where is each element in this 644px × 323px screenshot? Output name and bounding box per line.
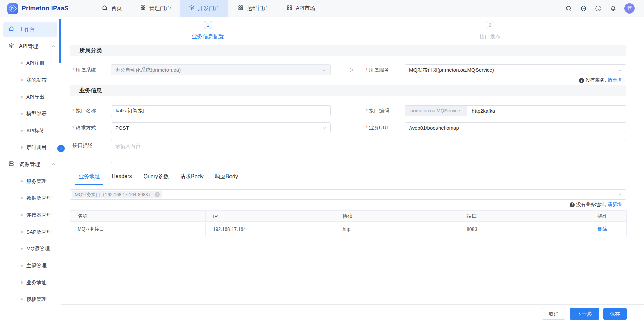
sidebar-item-business-address[interactable]: 业务地址 xyxy=(0,274,61,291)
bullet-icon xyxy=(21,248,23,250)
sidebar-item-label: 工作台 xyxy=(19,26,35,33)
notification-bell-icon[interactable] xyxy=(610,5,617,12)
save-button[interactable]: 保存 xyxy=(603,308,627,320)
nav-item-dev-portal[interactable]: 开发门户 xyxy=(180,0,228,17)
sidebar-item-template-management[interactable]: 模板管理 xyxy=(0,291,61,308)
sidebar-item-model-deploy[interactable]: 模型部署 xyxy=(0,105,61,122)
bullet-icon xyxy=(21,265,23,267)
sidebar-item-my-publish[interactable]: 我的发布 xyxy=(0,72,61,88)
nav-label: 运维门户 xyxy=(247,5,268,12)
sidebar-item-datasource-management[interactable]: 数据源管理 xyxy=(0,190,61,207)
sidebar-item-connector-management[interactable]: 连接器管理 xyxy=(0,207,61,223)
tab-headers[interactable]: Headers xyxy=(108,173,135,185)
field-label-desc: 接口描述 xyxy=(70,140,111,149)
nav-item-home[interactable]: 首页 xyxy=(93,0,131,17)
tab-query-params[interactable]: Query参数 xyxy=(140,173,172,185)
api-description-textarea[interactable] xyxy=(111,140,626,163)
chevron-up-icon xyxy=(52,45,55,48)
grid-icon xyxy=(140,5,146,12)
method-select[interactable]: POST xyxy=(111,122,331,133)
sidebar-item-service-management[interactable]: 服务管理 xyxy=(0,173,61,190)
method-select-value: POST xyxy=(115,125,129,131)
sidebar-item-scheduled-call[interactable]: 定时调用 xyxy=(0,139,61,156)
bullet-icon xyxy=(21,146,23,149)
help-icon[interactable]: ? xyxy=(595,5,602,12)
sidebar-collapse-button[interactable]: ‹ xyxy=(57,145,65,152)
sidebar-group-api-management[interactable]: API管理 xyxy=(0,38,61,55)
sidebar-item-mq-source-management[interactable]: MQ源管理 xyxy=(0,240,61,257)
sidebar-item-label: 模板管理 xyxy=(26,296,47,303)
app-body: ‹ 工作台 API管理 API注册 我的发布 API导出 模型部署 API标签 … xyxy=(0,17,644,323)
form-footer: 取消 下一步 保存 xyxy=(61,304,644,323)
sidebar-item-label: 我的发布 xyxy=(26,77,47,83)
cell-ip: 192.168.17.164 xyxy=(206,222,335,237)
top-nav: 首页 管理门户 开发门户 运维门户 API市场 xyxy=(93,0,324,17)
bullet-icon xyxy=(21,197,23,199)
next-step-button[interactable]: 下一步 xyxy=(570,308,599,320)
bullet-icon xyxy=(21,214,23,216)
api-code-input[interactable] xyxy=(467,106,626,116)
layers-icon xyxy=(8,43,14,50)
chevron-up-icon xyxy=(52,163,55,166)
delete-row-link[interactable]: 删除 xyxy=(597,226,607,232)
svg-text:AI: AI xyxy=(582,7,585,9)
dashed-arrow-icon xyxy=(331,67,366,73)
system-select[interactable]: 办公自动化系统(primeton.oa) xyxy=(111,64,331,75)
business-uri-input[interactable] xyxy=(405,122,626,133)
ai-assistant-icon[interactable]: AI xyxy=(580,5,587,12)
notice-text: 没有服务, xyxy=(586,77,606,83)
system-select-value: 办公自动化系统(primeton.oa) xyxy=(115,67,181,73)
grid-icon xyxy=(238,5,244,12)
sidebar-item-sap-source-management[interactable]: SAP源管理 xyxy=(0,223,61,240)
chevron-down-icon xyxy=(618,192,622,197)
home-icon xyxy=(102,5,108,12)
scrollbar-thumb[interactable] xyxy=(59,19,61,63)
home-icon xyxy=(8,26,14,33)
brand-logo[interactable]: P Primeton iPaaS xyxy=(0,0,76,17)
cancel-button[interactable]: 取消 xyxy=(542,308,565,320)
sidebar-item-workbench[interactable]: 工作台 xyxy=(3,22,57,37)
field-label-service: 所属服务 xyxy=(366,67,405,73)
bullet-icon xyxy=(21,113,23,115)
section-title-classification: 所属分类 xyxy=(70,45,626,56)
close-icon[interactable]: ✕ xyxy=(155,192,160,197)
sidebar-item-topic-management[interactable]: 主题管理 xyxy=(0,257,61,274)
sidebar-item-api-tags[interactable]: API标签 xyxy=(0,122,61,139)
api-code-field: primeton.oa.MQService. xyxy=(405,105,626,116)
nav-item-ops-portal[interactable]: 运维门户 xyxy=(228,0,277,17)
add-service-link[interactable]: 请新增→ xyxy=(608,77,626,83)
add-address-link[interactable]: 请新增→ xyxy=(608,201,626,208)
sidebar-group-resource-management[interactable]: 资源管理 xyxy=(0,156,61,173)
nav-label: 开发门户 xyxy=(198,5,219,12)
detail-tabs: 业务地址 Headers Query参数 请求Body 响应Body xyxy=(70,173,626,185)
service-select[interactable]: MQ发布订阅(primeton.oa.MQService) xyxy=(405,64,626,75)
search-icon[interactable] xyxy=(565,5,572,12)
business-row-3: 接口描述 xyxy=(70,140,626,163)
tab-request-body[interactable]: 请求Body xyxy=(177,173,207,185)
chevron-down-icon xyxy=(322,126,326,130)
no-address-notice: i 没有业务地址, 请新增→ xyxy=(70,201,626,208)
address-table: 名称 IP 协议 端口 操作 MQ业务接口 192.168.17.164 htt… xyxy=(70,210,627,237)
nav-item-admin-portal[interactable]: 管理门户 xyxy=(131,0,180,17)
info-icon: i xyxy=(579,78,584,83)
logo-letter: P xyxy=(11,6,14,10)
tab-business-address[interactable]: 业务地址 xyxy=(75,173,103,185)
api-name-input[interactable] xyxy=(111,105,331,116)
nav-item-api-market[interactable]: API市场 xyxy=(277,0,324,17)
sidebar-item-api-register[interactable]: API注册 xyxy=(0,55,61,72)
business-address-select[interactable]: MQ业务接口（192.168.17.164:8083） ✕ xyxy=(70,189,626,200)
section-title-business: 业务信息 xyxy=(70,85,626,96)
notice-text: 没有业务地址, xyxy=(576,201,606,208)
nav-label: API市场 xyxy=(296,5,315,12)
field-label-uri: 业务URI xyxy=(366,125,405,131)
stepper: 1 2 业务信息配置 接口发布 xyxy=(70,17,626,45)
classification-row: 所属系统 办公自动化系统(primeton.oa) 所属服务 MQ发布订阅(pr… xyxy=(70,64,626,75)
address-tag-chip: MQ业务接口（192.168.17.164:8083） ✕ xyxy=(72,191,162,198)
chevron-down-icon xyxy=(618,68,622,72)
sidebar-item-api-export[interactable]: API导出 xyxy=(0,88,61,105)
table-row: MQ业务接口 192.168.17.164 http 8083 删除 xyxy=(70,222,627,237)
user-avatar[interactable]: 管 xyxy=(624,3,635,14)
sidebar-item-label: 服务管理 xyxy=(26,178,47,185)
field-label-method: 请求方式 xyxy=(70,125,111,131)
tab-response-body[interactable]: 响应Body xyxy=(212,173,241,185)
